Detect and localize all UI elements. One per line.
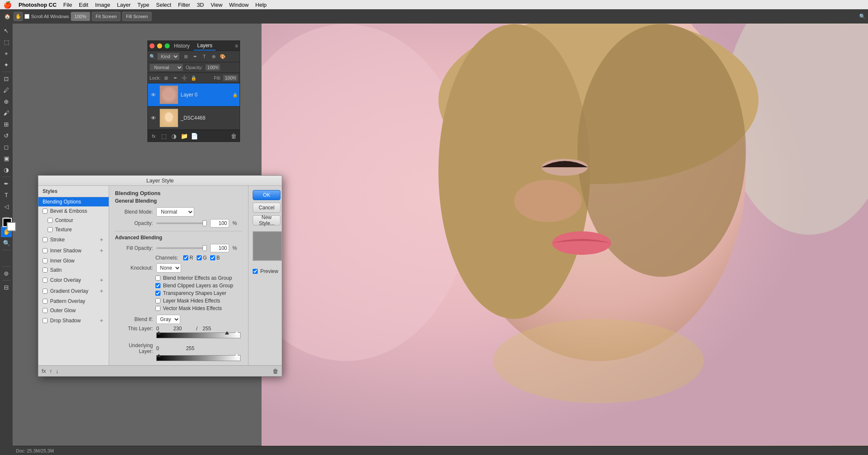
vector-mask-cb[interactable] [155, 306, 160, 311]
menu-image[interactable]: Image [95, 2, 110, 8]
crop-tool[interactable]: ⊡ [1, 73, 12, 84]
dialog-fx-btn[interactable]: fx [42, 368, 46, 374]
opacity-value-input[interactable] [210, 219, 229, 228]
style-item-drop-shadow[interactable]: Drop Shadow ＋ [38, 315, 109, 326]
scroll-windows-checkbox[interactable] [24, 14, 29, 19]
bevel-emboss-checkbox[interactable] [43, 209, 48, 214]
underlying-right-marker[interactable] [235, 354, 239, 362]
cancel-button[interactable]: Cancel [253, 203, 280, 213]
fill-opacity-slider-thumb[interactable] [203, 245, 207, 251]
filter-icon-1[interactable]: ⊞ [182, 53, 190, 60]
tab-history[interactable]: History [171, 41, 193, 51]
lock-artboards-btn[interactable]: ➕ [181, 74, 188, 82]
dialog-down-btn[interactable]: ↓ [56, 368, 59, 375]
fill-screen-btn[interactable]: Fill Screen [122, 12, 152, 21]
magic-wand-tool[interactable]: ✦ [1, 59, 12, 70]
menu-edit[interactable]: Edit [79, 2, 88, 8]
panel-max-btn[interactable] [165, 43, 170, 48]
home-icon[interactable]: 🏠 [3, 12, 12, 21]
outer-glow-checkbox[interactable] [43, 308, 48, 313]
fill-opacity-slider-track[interactable] [156, 247, 207, 249]
ch-r-label[interactable]: R [183, 255, 193, 261]
menu-type[interactable]: Type [137, 2, 149, 8]
menu-view[interactable]: View [211, 2, 222, 8]
this-layer-gradient-bar[interactable] [156, 332, 240, 338]
blend-mode-select-dialog[interactable]: Normal [156, 207, 194, 217]
delete-layer-btn[interactable]: 🗑 [230, 132, 238, 140]
gradient-tool[interactable]: ▣ [1, 153, 12, 164]
path-select-tool[interactable]: ◁ [1, 201, 12, 212]
brush-tool[interactable]: 🖌 [1, 107, 12, 118]
new-adjustment-btn[interactable]: ◑ [170, 132, 178, 140]
style-item-contour[interactable]: Contour [38, 216, 109, 225]
panel-menu-btn[interactable]: ≡ [235, 43, 238, 49]
blend-mode-select[interactable]: Normal [150, 64, 183, 71]
new-style-button[interactable]: New Style... [253, 215, 280, 225]
this-layer-right-marker[interactable] [235, 331, 239, 340]
spot-heal-tool[interactable]: ⊕ [1, 96, 12, 107]
pattern-overlay-checkbox[interactable] [43, 299, 48, 304]
menu-photoshop[interactable]: Photoshop CC [19, 2, 56, 8]
color-overlay-plus-btn[interactable]: ＋ [99, 276, 104, 284]
marquee-tool[interactable]: ⬚ [1, 37, 12, 48]
underlying-layer-gradient-bar[interactable] [156, 355, 240, 361]
style-item-satin[interactable]: Satin [38, 265, 109, 275]
menu-select[interactable]: Select [156, 2, 171, 8]
fill-input[interactable] [223, 75, 238, 81]
drop-shadow-checkbox[interactable] [43, 318, 48, 323]
preview-checkbox[interactable] [253, 269, 258, 274]
menu-layer[interactable]: Layer [117, 2, 131, 8]
background-color[interactable] [7, 222, 16, 231]
filter-icon-3[interactable]: T [200, 53, 208, 60]
eraser-tool[interactable]: ◻ [1, 142, 12, 153]
layer-row-1[interactable]: 👁 _DSC4468 [148, 107, 240, 130]
eyedropper-tool[interactable]: 🖊 [1, 85, 12, 96]
screen-mode-btn[interactable]: ⊟ [1, 282, 12, 293]
fill-opacity-value-input[interactable] [210, 244, 229, 252]
ch-b-checkbox[interactable] [210, 255, 215, 260]
blend-interior-cb[interactable] [155, 276, 160, 281]
style-item-bevel-emboss[interactable]: Bevel & Emboss [38, 206, 109, 216]
opacity-input[interactable] [205, 64, 220, 71]
lasso-tool[interactable]: ⌖ [1, 48, 12, 59]
menu-file[interactable]: File [63, 2, 72, 8]
contour-checkbox[interactable] [48, 218, 53, 223]
style-item-color-overlay[interactable]: Color Overlay ＋ [38, 275, 109, 286]
blend-clipped-cb[interactable] [155, 283, 160, 288]
this-layer-left-marker[interactable] [157, 331, 161, 340]
layer-visibility-1[interactable]: 👁 [150, 114, 157, 122]
stroke-plus-btn[interactable]: ＋ [99, 236, 104, 244]
gradient-overlay-checkbox[interactable] [43, 289, 48, 294]
filter-icon-2[interactable]: ✒ [191, 53, 199, 60]
blend-if-select[interactable]: Gray [156, 315, 180, 324]
style-item-gradient-overlay[interactable]: Gradient Overlay ＋ [38, 286, 109, 297]
satin-checkbox[interactable] [43, 268, 48, 273]
ch-g-checkbox[interactable] [197, 255, 202, 260]
layer-visibility-0[interactable]: 👁 [150, 91, 157, 99]
lock-pixels-btn[interactable]: ⊞ [162, 74, 170, 82]
tab-layers[interactable]: Layers [194, 41, 216, 51]
ch-g-label[interactable]: G [197, 255, 207, 261]
panel-close-btn[interactable] [150, 43, 155, 48]
ch-r-checkbox[interactable] [183, 255, 188, 260]
color-overlay-checkbox[interactable] [43, 278, 48, 283]
dialog-trash-btn[interactable]: 🗑 [272, 368, 278, 375]
dialog-add-btn[interactable]: ↑ [49, 368, 52, 375]
lock-position-btn[interactable]: ✒ [171, 74, 179, 82]
layer-mask-btn[interactable]: ⬚ [160, 132, 168, 140]
inner-shadow-checkbox[interactable] [43, 248, 48, 253]
filter-icon-5[interactable]: 🎨 [219, 53, 227, 60]
inner-glow-checkbox[interactable] [43, 258, 48, 263]
stroke-checkbox[interactable] [43, 237, 48, 242]
inner-shadow-plus-btn[interactable]: ＋ [99, 247, 104, 254]
clone-tool[interactable]: ⊞ [1, 119, 12, 130]
filter-icon-4[interactable]: ⊕ [210, 53, 217, 60]
opacity-slider-track[interactable] [156, 222, 207, 224]
search-icon[interactable]: 🔍 [859, 13, 865, 19]
style-item-pattern-overlay[interactable]: Pattern Overlay [38, 297, 109, 306]
layer-row-0[interactable]: 👁 Layer 0 🔒 [148, 83, 240, 107]
new-group-btn[interactable]: 📁 [180, 132, 188, 140]
style-item-outer-glow[interactable]: Outer Glow [38, 306, 109, 315]
fit-screen-btn[interactable]: Fit Screen [92, 12, 120, 21]
layer-filter-select[interactable]: Kind [157, 53, 179, 60]
